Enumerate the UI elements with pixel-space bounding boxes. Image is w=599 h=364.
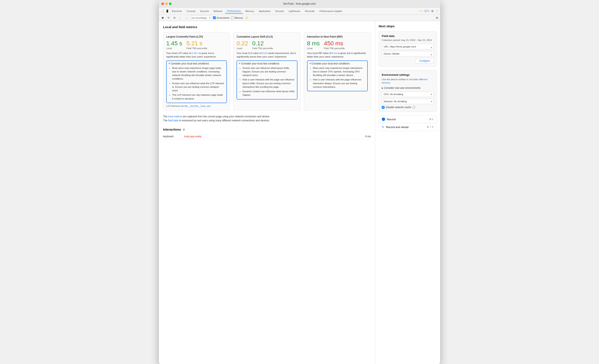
inp-card: Interaction to Next Paint (INP) 8 ms Loc…	[304, 32, 371, 110]
toolbar: ⏺ ↻ ⊘ ↑ ↓ (no recordings) Screenshots Me…	[159, 15, 440, 21]
tab-lighthouse[interactable]: Lighthouse	[286, 9, 302, 13]
cls-local-value: 0.22	[237, 40, 248, 47]
next-steps-title: Next steps	[379, 24, 437, 28]
tab-console[interactable]: Console	[185, 9, 197, 13]
tab-application[interactable]: Application	[257, 9, 273, 13]
inp-field-value: 450 ms	[324, 40, 345, 47]
cls-consider-item-2: How a user interacts with the page can i…	[242, 78, 295, 89]
lcp-consider-list: Real users may experience longer page lo…	[169, 66, 224, 101]
cls-title: Cumulative Layout Shift (CLS)	[237, 35, 297, 38]
cls-consider-header[interactable]: Consider your local test conditions	[239, 62, 295, 65]
inp-consider-list: Real users may experience longer interac…	[309, 66, 365, 89]
record-row[interactable]: Record ⌘ E	[379, 115, 437, 123]
section-title: Local and field metrics	[163, 25, 371, 29]
interaction-time: 8 ms	[365, 135, 371, 138]
memory-checkbox-label[interactable]: Memory	[231, 16, 243, 19]
reload-button[interactable]: ↻	[167, 16, 171, 20]
settings-icon[interactable]: ⚙	[431, 9, 434, 13]
memory-checkbox[interactable]	[231, 16, 234, 19]
url-select-wrap: URL: https://fonts.google.com/	[382, 44, 434, 51]
screenshots-checkbox[interactable]	[213, 16, 216, 19]
device-select[interactable]: Device: Mobile	[382, 51, 434, 56]
lcp-consider-item-1: Real users may experience longer page lo…	[172, 66, 224, 81]
cls-local-label: Local	[237, 47, 248, 50]
local-metrics-link[interactable]: local metrics	[168, 115, 182, 118]
mobile-icon[interactable]: 📱	[165, 9, 169, 13]
lcp-element-link[interactable]: div.tile__text.tile__inria_san	[181, 105, 211, 107]
lcp-consider-item-3: The LCP element can vary between page lo…	[172, 93, 224, 101]
tab-performance[interactable]: Performance	[225, 9, 243, 13]
upload-button[interactable]: ↑	[178, 16, 182, 20]
cpu-select[interactable]: CPU: No throttling	[382, 91, 434, 97]
inp-consider-box[interactable]: Consider your local test conditions Real…	[307, 61, 368, 91]
record-circle-icon	[382, 117, 385, 121]
screenshots-checkbox-label[interactable]: Screenshots	[213, 16, 229, 19]
lcp-consider-box[interactable]: Consider your local test conditions Real…	[166, 61, 227, 103]
cls-highlight-link[interactable]: 0.22	[262, 52, 267, 54]
interaction-name: keyboard	[163, 135, 184, 138]
record-button[interactable]: ⏺	[160, 16, 165, 20]
lcp-local-label: Local	[166, 47, 182, 50]
titlebar: DevTools - fonts.google.com/	[159, 0, 440, 8]
lcp-element-prefix: LCP Element	[166, 105, 180, 107]
close-dot[interactable]	[161, 2, 164, 5]
lcp-element: LCP Element div.tile__text.tile__inria_s…	[166, 105, 227, 107]
panel-main: Local and field metrics Largest Contentf…	[159, 21, 375, 364]
record-reload-label: Record and reload	[386, 125, 427, 129]
consider-real-header[interactable]: Consider real user environments	[382, 87, 434, 89]
disable-cache-checkbox[interactable]	[382, 106, 385, 109]
recordings-select[interactable]: (no recordings)	[190, 16, 211, 20]
record-reload-row[interactable]: ↻ Record and reload ⌘ ⇧ E	[379, 123, 437, 131]
more-icon[interactable]: ⋮	[435, 9, 439, 13]
cls-field-label: Field 75th percentile	[252, 47, 273, 50]
cls-values-row: 0.22 Local 0.12 Field 75th percentile	[237, 40, 297, 50]
window-title: DevTools - fonts.google.com/	[283, 2, 316, 5]
tab-network[interactable]: Network	[211, 9, 224, 13]
download-button[interactable]: ↓	[184, 16, 188, 20]
tab-security[interactable]: Security	[273, 9, 286, 13]
cls-consider-list: Screen size can influence what layout sh…	[239, 66, 295, 97]
lcp-consider-item-2: Screen size can influence what the LCP e…	[172, 82, 224, 93]
cursor-icon[interactable]: ⬚	[160, 9, 165, 13]
inp-consider-header[interactable]: Consider your local test conditions	[309, 62, 365, 65]
lcp-highlight-link[interactable]: 1.45 s	[192, 52, 198, 54]
inp-local-group: 8 ms Local	[307, 40, 320, 50]
minimize-dot[interactable]	[165, 2, 168, 5]
metrics-note: The local metrics are captured from the …	[163, 115, 371, 123]
maximize-dot[interactable]	[169, 2, 171, 5]
inp-highlight-link[interactable]: 8 ms	[332, 52, 337, 54]
clear-button[interactable]: ⊘	[172, 16, 176, 20]
lcp-card: Largest Contentful Paint (LCP) 1.45 s Lo…	[163, 32, 230, 110]
devtools-window: DevTools - fonts.google.com/ ⬚ 📱 Element…	[159, 0, 440, 364]
message-badge[interactable]: 💬 2	[425, 10, 429, 12]
blocked-icon: ⊘	[183, 128, 185, 131]
nav-right: ⚠ 1 💬 2 ⚙ ⋮	[419, 9, 439, 13]
help-icon[interactable]: ?	[412, 106, 415, 109]
cls-consider-box[interactable]: Consider your local test conditions Scre…	[237, 61, 297, 99]
tab-sources[interactable]: Sources	[198, 9, 211, 13]
field-data-link[interactable]: field data	[168, 119, 178, 122]
inp-field-group: 450 ms Field 75th percentile	[324, 40, 345, 50]
tab-elements[interactable]: Elements	[170, 9, 184, 13]
interaction-selector[interactable]: body.app-ready	[184, 135, 365, 138]
simulate-devices-link[interactable]: simulate different devices	[382, 78, 428, 84]
disable-cache-row: Disable network cache ?	[382, 106, 434, 109]
inp-consider-item-2: How a user interacts with the page influ…	[313, 78, 365, 89]
metrics-grid: Largest Contentful Paint (LCP) 1.45 s Lo…	[163, 32, 371, 110]
configure-button[interactable]: Configure	[415, 58, 434, 64]
field-data-title: Field data	[382, 35, 434, 38]
cls-field-group: 0.12 Field 75th percentile	[252, 40, 273, 50]
url-select[interactable]: URL: https://fonts.google.com/	[382, 44, 434, 49]
cpu-throttle-icon[interactable]: ⚡	[245, 16, 248, 19]
interaction-row: keyboard body.app-ready 8 ms	[163, 134, 371, 139]
tab-performance-insights[interactable]: Performance insights	[317, 9, 344, 13]
network-select[interactable]: Network: No throttling	[382, 99, 434, 104]
lcp-consider-header[interactable]: Consider your local test conditions	[169, 62, 224, 65]
inp-local-value: 8 ms	[307, 40, 320, 47]
cls-local-group: 0.22 Local	[237, 40, 248, 50]
tab-memory[interactable]: Memory	[243, 9, 256, 13]
toolbar-settings-icon[interactable]: ⚙	[436, 16, 439, 19]
main-content: Local and field metrics Largest Contentf…	[159, 21, 440, 364]
warning-badge[interactable]: ⚠ 1	[419, 10, 423, 12]
tab-recorder[interactable]: Recorder	[303, 9, 317, 13]
